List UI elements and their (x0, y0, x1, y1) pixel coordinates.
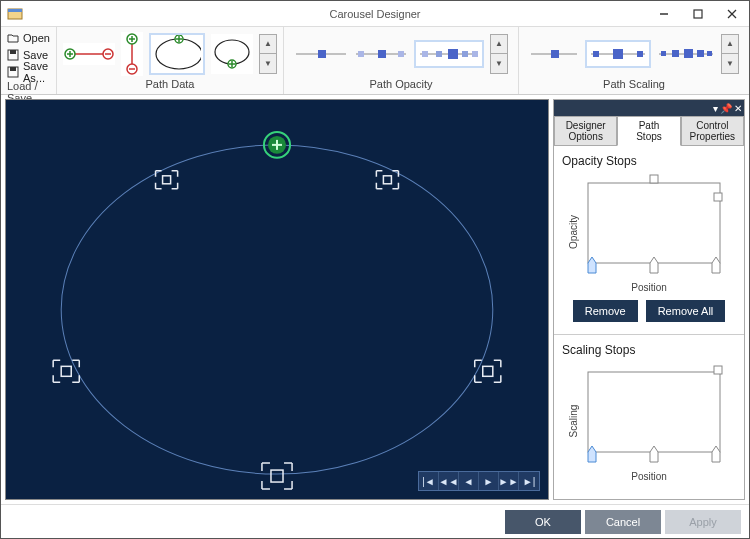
svg-rect-9 (10, 67, 16, 71)
title-bar: Carousel Designer (1, 1, 749, 27)
dialog-footer: OK Cancel Apply (1, 504, 749, 538)
playback-controls: |◄ ◄◄ ◄ ► ►► ►| (418, 471, 540, 491)
svg-point-54 (61, 145, 493, 474)
panel-tabs: Designer Options Path Stops Control Prop… (554, 116, 744, 146)
pathdata-spinner[interactable]: ▲ ▼ (259, 34, 277, 74)
saveas-icon (7, 66, 19, 78)
scaling-stops-title: Scaling Stops (562, 343, 736, 357)
scaling-xlabel: Position (631, 471, 667, 482)
open-label: Open (23, 32, 50, 44)
ribbon-group-pathdata: ▲ ▼ Path Data (57, 27, 284, 94)
opacity-remove-button[interactable]: Remove (573, 300, 638, 322)
save-icon (7, 49, 19, 61)
svg-rect-40 (462, 51, 468, 57)
svg-rect-37 (422, 51, 428, 57)
opacity-ylabel: Opacity (568, 215, 579, 249)
svg-rect-65 (650, 175, 658, 183)
opacity-stops-section: Opacity Stops Opacity Position (554, 146, 744, 334)
tab-path-stops[interactable]: Path Stops (617, 116, 680, 146)
svg-rect-67 (588, 372, 720, 452)
opacity-spinner[interactable]: ▲ ▼ (490, 34, 508, 74)
opacity-xlabel: Position (631, 282, 667, 293)
scaling-spinner[interactable]: ▲ ▼ (721, 34, 739, 74)
ellipse-bottom-shape-button[interactable] (211, 34, 253, 74)
maximize-button[interactable] (681, 1, 715, 27)
scaling-preset-3[interactable] (657, 44, 715, 64)
group-label-pathopacity: Path Opacity (370, 78, 433, 92)
ok-button[interactable]: OK (505, 510, 581, 534)
window-title: Carousel Designer (1, 8, 749, 20)
group-label-pathscaling: Path Scaling (603, 78, 665, 92)
design-canvas[interactable]: |◄ ◄◄ ◄ ► ►► ►| (5, 99, 549, 500)
panel-pin-icon[interactable]: 📌 (720, 103, 732, 114)
first-button[interactable]: |◄ (419, 472, 439, 490)
svg-rect-47 (637, 51, 643, 57)
svg-rect-43 (551, 50, 559, 58)
svg-rect-7 (10, 50, 16, 54)
panel-close-icon[interactable]: ✕ (734, 103, 742, 114)
svg-rect-49 (661, 51, 666, 56)
close-button[interactable] (715, 1, 749, 27)
group-label-pathdata: Path Data (146, 78, 195, 92)
svg-rect-64 (588, 183, 720, 263)
scaling-stops-chart[interactable]: Scaling Position (562, 361, 736, 481)
panel-dropdown-icon[interactable]: ▾ (713, 103, 718, 114)
svg-rect-33 (358, 51, 364, 57)
chevron-up-icon[interactable]: ▲ (260, 35, 276, 54)
svg-rect-68 (714, 366, 722, 374)
svg-rect-39 (448, 49, 458, 59)
line-shape-button[interactable] (63, 43, 115, 65)
svg-rect-41 (472, 51, 478, 57)
open-button[interactable]: Open (7, 30, 50, 46)
carousel-path (6, 100, 548, 499)
ribbon: Open Save Save As... Load / Save (1, 27, 749, 95)
opacity-preset-2[interactable] (354, 44, 408, 64)
opacity-stops-chart[interactable]: Opacity Position (562, 172, 736, 292)
chevron-down-icon[interactable]: ▼ (260, 54, 276, 73)
scaling-preset-2[interactable] (585, 40, 651, 68)
ellipse-shape-button[interactable] (149, 33, 205, 75)
line-vertical-shape-button[interactable] (121, 32, 143, 76)
prev-button[interactable]: ◄ (459, 472, 479, 490)
tab-control-properties[interactable]: Control Properties (681, 116, 744, 146)
right-panel: ▾ 📌 ✕ Designer Options Path Stops Contro… (553, 99, 745, 500)
scaling-ylabel: Scaling (568, 405, 579, 438)
canvas-wrap: |◄ ◄◄ ◄ ► ►► ►| (1, 95, 553, 504)
minimize-button[interactable] (647, 1, 681, 27)
svg-rect-59 (163, 176, 171, 184)
chevron-up-icon[interactable]: ▲ (491, 35, 507, 54)
panel-header: ▾ 📌 ✕ (554, 100, 744, 116)
saveas-button[interactable]: Save As... (7, 64, 50, 80)
svg-rect-34 (378, 50, 386, 58)
svg-rect-61 (61, 366, 71, 376)
svg-rect-66 (714, 193, 722, 201)
window-controls (647, 1, 749, 27)
next-button[interactable]: ► (479, 472, 499, 490)
opacity-stops-title: Opacity Stops (562, 154, 736, 168)
workspace: |◄ ◄◄ ◄ ► ►► ►| ▾ 📌 ✕ Designer Options P… (1, 95, 749, 504)
scaling-preset-1[interactable] (529, 44, 579, 64)
apply-button: Apply (665, 510, 741, 534)
panel-body: Opacity Stops Opacity Position (554, 146, 744, 499)
open-icon (7, 32, 19, 44)
svg-rect-50 (672, 50, 679, 57)
opacity-preset-1[interactable] (294, 44, 348, 64)
ribbon-group-loadsave: Open Save Save As... Load / Save (1, 27, 57, 94)
ribbon-group-pathopacity: ▲ ▼ Path Opacity (284, 27, 519, 94)
tab-designer-options[interactable]: Designer Options (554, 116, 617, 146)
svg-rect-52 (697, 50, 704, 57)
opacity-removeall-button[interactable]: Remove All (646, 300, 726, 322)
chevron-up-icon[interactable]: ▲ (722, 35, 738, 54)
opacity-preset-3[interactable] (414, 40, 484, 68)
chevron-down-icon[interactable]: ▼ (491, 54, 507, 73)
ribbon-group-pathscaling: ▲ ▼ Path Scaling (519, 27, 749, 94)
cancel-button[interactable]: Cancel (585, 510, 661, 534)
svg-rect-62 (483, 366, 493, 376)
svg-rect-46 (613, 49, 623, 59)
chevron-down-icon[interactable]: ▼ (722, 54, 738, 73)
forward-button[interactable]: ►► (499, 472, 519, 490)
rewind-button[interactable]: ◄◄ (439, 472, 459, 490)
svg-rect-3 (694, 10, 702, 18)
svg-rect-51 (684, 49, 693, 58)
last-button[interactable]: ►| (519, 472, 539, 490)
